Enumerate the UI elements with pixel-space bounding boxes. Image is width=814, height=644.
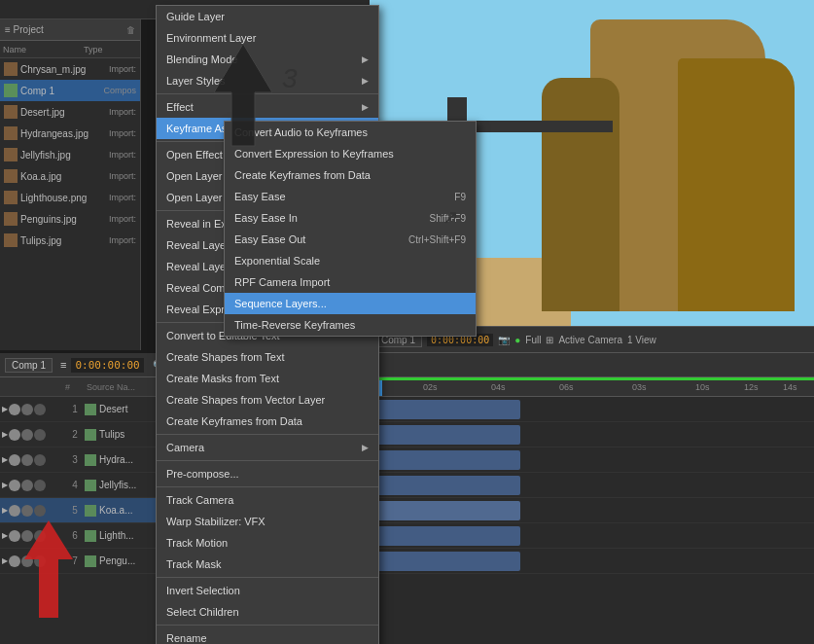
submenu-convert-audio[interactable]: Convert Audio to Keyframes [225,122,476,143]
submenu-easy-ease-out[interactable]: Easy Ease Out Ctrl+Shift+F9 [225,229,476,250]
layer-color-5 [85,505,96,517]
expand-icon-6[interactable]: ▶ [2,531,8,540]
submenu-exponential[interactable]: Exponential Scale [225,250,476,271]
solo-btn-1[interactable] [34,404,46,415]
solo-btn-6[interactable] [34,530,46,542]
expand-icon-7[interactable]: ▶ [2,556,8,565]
solo-btn-3[interactable] [34,454,46,466]
submenu-time-reverse[interactable]: Time-Reverse Keyframes [225,314,476,336]
submenu-create-keyframes[interactable]: Create Keyframes from Data [225,164,476,186]
menu-item-guide-layer[interactable]: Guide Layer [157,6,378,27]
arrow-icon-effect: ▶ [362,102,369,112]
solo-btn-7[interactable] [34,555,46,567]
expand-icon-5[interactable]: ▶ [2,506,8,515]
file-icon-jpg [4,105,18,119]
file-name: Comp 1 [20,86,101,96]
trash-icon[interactable]: 🗑 [126,25,135,35]
project-file-lighthouse[interactable]: Lighthouse.png Import: [0,187,140,208]
eye-btn-4[interactable] [9,480,20,491]
menu-item-keyframes-data[interactable]: Create Keyframes from Data [157,411,378,432]
timeline-menu-icon[interactable]: ≡ [60,359,66,371]
track-bar-1 [374,400,520,419]
menu-item-invert-selection[interactable]: Invert Selection [157,580,378,601]
project-label: ≡ Project [5,24,44,35]
file-name: Chrysan_m.jpg [20,64,107,75]
expand-icon-4[interactable]: ▶ [2,481,8,489]
submenu-easy-ease[interactable]: Easy Ease F9 [225,186,476,207]
menu-item-environment-layer[interactable]: Environment Layer [157,27,378,49]
file-name: Jellyfish.jpg [20,150,107,161]
timeline-time[interactable]: 0:00:00:00 [71,358,143,373]
file-icon-jpg [4,169,18,183]
eye-btn-2[interactable] [9,429,20,441]
menu-item-blending-mode[interactable]: Blending Mode ▶ [157,49,378,70]
track-row-3 [374,447,814,473]
lock-btn-4[interactable] [21,480,33,491]
viewer-expand-icon[interactable]: ⊞ [546,335,553,345]
lock-btn-2[interactable] [21,429,33,441]
separator-9 [157,625,378,626]
menu-item-shapes-vector[interactable]: Create Shapes from Vector Layer [157,389,378,411]
menu-item-select-children[interactable]: Select Children [157,601,378,623]
project-file-penguins[interactable]: Penguins.jpg Import: [0,208,140,230]
layer-color-4 [85,480,96,491]
project-file-comp1[interactable]: Comp 1 Compos [0,80,140,101]
menu-item-camera[interactable]: Camera ▶ [157,437,378,458]
file-icon-jpg [4,212,18,226]
project-file-chrysan[interactable]: Chrysan_m.jpg Import: [0,58,140,80]
project-file-tulips[interactable]: Tulips.jpg Import: [0,230,140,251]
menu-item-layer-styles[interactable]: Layer Styles ▶ [157,70,378,91]
timeline-panel: Comp 1 ≡ 0:00:00:00 🔍 8 bpc 🗑 # Source N… [0,353,814,644]
layer-num-6: 6 [65,530,85,541]
eye-btn-1[interactable] [9,404,20,415]
project-file-hydrangeas[interactable]: Hydrangeas.jpg Import: [0,123,140,144]
file-icon-jpg [4,126,18,140]
submenu-convert-expr[interactable]: Convert Expression to Keyframes [225,143,476,164]
eye-btn-6[interactable] [9,530,20,542]
project-file-desert[interactable]: Desert.jpg Import: [0,101,140,123]
file-type: Compos [103,86,136,95]
menu-item-masks-text[interactable]: Create Masks from Text [157,368,378,389]
eye-btn-5[interactable] [9,505,20,517]
solo-btn-2[interactable] [34,429,46,441]
track-row-1 [374,397,814,422]
layer-color-6 [85,530,96,542]
lock-btn-1[interactable] [21,404,33,415]
expand-icon-3[interactable]: ▶ [2,455,8,464]
file-type: Import: [109,150,136,160]
track-bar-2 [374,425,520,445]
submenu-easy-ease-in[interactable]: Easy Ease In Shift+F9 [225,207,476,229]
solo-btn-4[interactable] [34,480,46,491]
menu-item-warp-stabilizer[interactable]: Warp Stabilizer: VFX [157,511,378,532]
comp-tab-timeline[interactable]: Comp 1 [5,358,53,373]
viewer-views[interactable]: 1 View [627,335,656,345]
menu-item-track-camera[interactable]: Track Camera [157,489,378,511]
expand-icon-1[interactable]: ▶ [2,405,8,413]
menu-item-rename[interactable]: Rename [157,627,378,644]
menu-item-precompose[interactable]: Pre-compose... [157,463,378,484]
eye-btn-3[interactable] [9,454,20,466]
lock-btn-5[interactable] [21,505,33,517]
layer-color-2 [85,429,96,441]
arrow-icon-styles: ▶ [362,76,369,86]
file-type: Import: [109,235,136,245]
file-name: Lighthouse.png [20,193,107,203]
lock-btn-7[interactable] [21,555,33,567]
lock-btn-6[interactable] [21,530,33,542]
submenu-sequence-layers[interactable]: Sequence Layers... [225,293,476,314]
layer-color-7 [85,555,96,567]
submenu-rpf[interactable]: RPF Camera Import [225,271,476,293]
eye-btn-7[interactable] [9,555,20,567]
project-file-jellyfish[interactable]: Jellyfish.jpg Import: [0,144,140,165]
menu-item-shapes-text[interactable]: Create Shapes from Text [157,346,378,368]
menu-item-track-mask[interactable]: Track Mask [157,554,378,575]
lock-btn-3[interactable] [21,454,33,466]
solo-btn-5[interactable] [34,505,46,517]
menu-item-track-motion[interactable]: Track Motion [157,532,378,554]
menu-item-effect[interactable]: Effect ▶ [157,96,378,118]
file-type: Import: [109,193,136,202]
viewer-quality[interactable]: Full [525,335,541,345]
expand-icon-2[interactable]: ▶ [2,430,8,439]
project-file-koa[interactable]: Koa.a.jpg Import: [0,165,140,187]
viewer-camera-label[interactable]: Active Camera [558,335,622,345]
